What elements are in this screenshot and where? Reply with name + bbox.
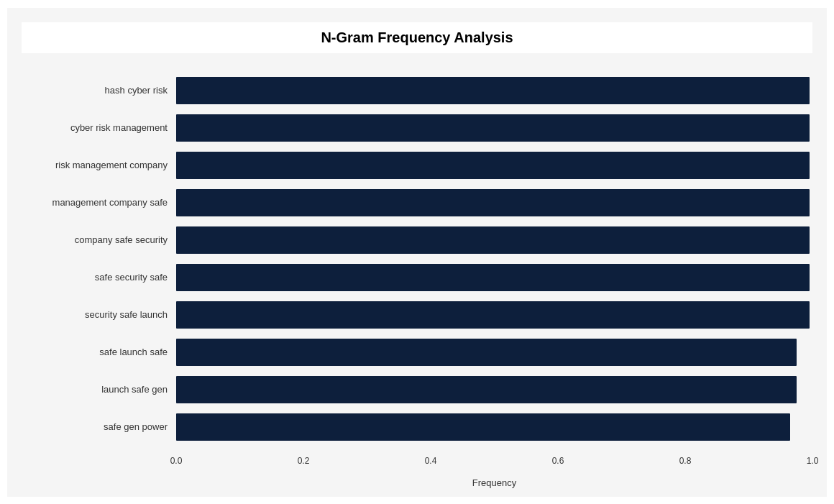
bar-fill: [176, 152, 810, 179]
bar-label: safe launch safe: [22, 347, 176, 357]
bar-fill: [176, 413, 790, 441]
bar-row: safe launch safe: [22, 334, 812, 371]
bar-row: safe gen power: [22, 408, 812, 446]
bar-row: company safe security: [22, 221, 812, 259]
bar-fill: [176, 77, 810, 104]
chart-area: hash cyber riskcyber risk managementrisk…: [22, 65, 812, 453]
bar-label: launch safe gen: [22, 384, 176, 395]
x-axis-label: Frequency: [176, 477, 812, 488]
bar-label: management company safe: [22, 197, 176, 208]
bar-track: [176, 189, 812, 216]
bar-fill: [176, 114, 810, 142]
bar-fill: [176, 189, 810, 216]
bar-track: [176, 152, 812, 179]
bar-fill: [176, 339, 797, 366]
tick-label: 0.6: [552, 456, 564, 466]
bar-track: [176, 77, 812, 104]
x-axis-ticks: 0.00.20.40.60.81.0: [176, 456, 812, 477]
tick-label: 1.0: [807, 456, 819, 466]
tick-label: 0.2: [298, 456, 310, 466]
bar-label: safe security safe: [22, 272, 176, 283]
x-axis-spacer: [22, 456, 176, 477]
bar-fill: [176, 301, 810, 329]
bar-row: launch safe gen: [22, 371, 812, 408]
bar-fill: [176, 264, 810, 291]
bar-label: hash cyber risk: [22, 85, 176, 96]
bar-row: management company safe: [22, 184, 812, 221]
bar-row: risk management company: [22, 147, 812, 184]
x-axis-area: 0.00.20.40.60.81.0: [22, 456, 812, 477]
bar-track: [176, 114, 812, 142]
tick-label: 0.4: [425, 456, 437, 466]
bar-track: [176, 301, 812, 329]
bar-row: security safe launch: [22, 296, 812, 334]
tick-label: 0.0: [170, 456, 183, 466]
x-axis-label-wrapper: Frequency: [22, 477, 812, 488]
bar-row: safe security safe: [22, 259, 812, 296]
tick-label: 0.8: [679, 456, 692, 466]
bar-track: [176, 264, 812, 291]
x-axis-label-spacer: [22, 477, 176, 488]
bar-label: company safe security: [22, 234, 176, 245]
bar-label: security safe launch: [22, 309, 176, 320]
bar-row: hash cyber risk: [22, 72, 812, 109]
bar-row: cyber risk management: [22, 109, 812, 147]
bar-track: [176, 226, 812, 254]
chart-title: N-Gram Frequency Analysis: [22, 22, 812, 53]
bar-fill: [176, 226, 810, 254]
chart-container: N-Gram Frequency Analysis hash cyber ris…: [7, 8, 827, 497]
bar-label: risk management company: [22, 160, 176, 170]
bar-label: cyber risk management: [22, 122, 176, 133]
bar-track: [176, 376, 812, 403]
bar-track: [176, 339, 812, 366]
bar-track: [176, 413, 812, 441]
bar-label: safe gen power: [22, 421, 176, 432]
bar-fill: [176, 376, 797, 403]
